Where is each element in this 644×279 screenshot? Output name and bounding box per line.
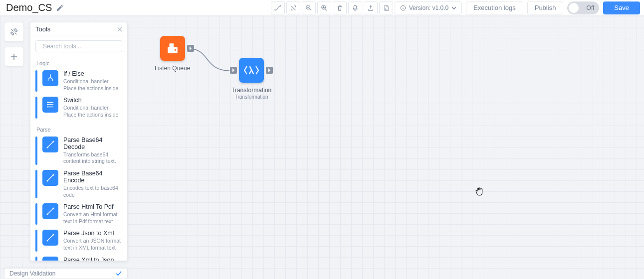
chevron-right-icon bbox=[189, 46, 193, 50]
svg-point-13 bbox=[47, 180, 48, 181]
svg-point-12 bbox=[53, 140, 54, 142]
svg-point-17 bbox=[47, 240, 48, 242]
switch-icon bbox=[42, 97, 58, 113]
tools-panel-title: Tools bbox=[35, 25, 50, 33]
version-label: Version: v1.0.0 bbox=[409, 4, 448, 11]
edit-icon bbox=[56, 4, 64, 12]
info-icon bbox=[400, 5, 406, 11]
drag-handle[interactable] bbox=[35, 137, 37, 165]
save-label: Save bbox=[614, 4, 629, 11]
chevron-right-icon bbox=[231, 68, 235, 72]
node-listen-queue-out-port[interactable] bbox=[187, 45, 194, 52]
node-listen-queue[interactable]: Listen Queue bbox=[155, 36, 190, 72]
node-listen-queue-box[interactable] bbox=[160, 36, 185, 61]
toolbar-delete-button[interactable] bbox=[333, 1, 347, 14]
node-listen-queue-label: Listen Queue bbox=[155, 65, 190, 72]
version-selector[interactable]: Version: v1.0.0 bbox=[395, 1, 462, 14]
svg-point-8 bbox=[47, 102, 48, 103]
execution-logs-label: Execution logs bbox=[473, 4, 516, 11]
tool-title: If / Else bbox=[63, 70, 122, 77]
trash-icon bbox=[336, 4, 343, 11]
tool-title: Parse Xml to Json bbox=[63, 257, 122, 261]
tool-title: Parse Base64 Encode bbox=[63, 170, 122, 184]
svg-point-2 bbox=[280, 5, 281, 6]
zoom-out-icon bbox=[305, 4, 312, 11]
tools-list[interactable]: Logic If / Else Conditional handler. Pla… bbox=[30, 56, 127, 261]
tools-search-input[interactable] bbox=[43, 43, 118, 50]
drag-handle[interactable] bbox=[35, 70, 37, 92]
tool-item-xml-to-json[interactable]: Parse Xml to Json Convert an XML format … bbox=[35, 256, 122, 261]
save-button[interactable]: Save bbox=[603, 1, 640, 14]
toolbar-import-button[interactable] bbox=[379, 1, 393, 14]
rabbitmq-icon bbox=[166, 42, 179, 55]
parse-icon bbox=[42, 170, 58, 186]
toolbar-bell-button[interactable] bbox=[348, 1, 362, 14]
parse-icon bbox=[42, 137, 58, 152]
enable-toggle[interactable]: Off bbox=[567, 1, 599, 14]
tool-desc: Conditional handler. Place the actions i… bbox=[63, 105, 122, 118]
toolbar-export-button[interactable] bbox=[364, 1, 378, 14]
tool-item-json-to-xml[interactable]: Parse Json to Xml Convert an JSON format… bbox=[35, 229, 122, 255]
publish-label: Publish bbox=[535, 4, 556, 11]
node-transformation-label: Transformation bbox=[231, 87, 271, 94]
publish-button[interactable]: Publish bbox=[527, 1, 564, 14]
toolbar-zoom-out-button[interactable] bbox=[302, 1, 316, 14]
tools-panel-close[interactable] bbox=[117, 27, 122, 32]
group-label-logic: Logic bbox=[36, 60, 122, 66]
svg-point-1 bbox=[274, 9, 275, 10]
node-transformation[interactable]: Transformation Transformation bbox=[231, 58, 271, 100]
drag-handle[interactable] bbox=[35, 170, 37, 198]
tool-item-base64-encode[interactable]: Parse Base64 Encode Encodes text to base… bbox=[35, 169, 122, 202]
svg-point-9 bbox=[47, 104, 48, 105]
curve-icon bbox=[274, 4, 281, 11]
chevron-down-icon bbox=[451, 5, 456, 10]
edit-title-button[interactable] bbox=[56, 4, 64, 12]
tool-desc: Convert an JSON format text in XML forma… bbox=[63, 238, 122, 251]
design-validation-bar[interactable]: Design Validation bbox=[4, 268, 128, 279]
left-rail bbox=[4, 22, 24, 67]
parse-icon bbox=[42, 257, 58, 261]
tool-title: Parse Html To Pdf bbox=[63, 203, 122, 210]
add-rail-button[interactable] bbox=[4, 47, 24, 67]
drag-handle[interactable] bbox=[35, 230, 37, 251]
export-icon bbox=[367, 4, 374, 11]
drag-handle[interactable] bbox=[35, 97, 37, 118]
tools-panel: Tools Logic If / Else Conditional handle… bbox=[30, 22, 128, 261]
toolbar-curve-button[interactable] bbox=[271, 1, 285, 14]
tool-title: Parse Json to Xml bbox=[63, 230, 122, 237]
plus-icon bbox=[9, 52, 18, 61]
execution-logs-button[interactable]: Execution logs bbox=[466, 1, 523, 14]
if-else-icon bbox=[42, 70, 58, 86]
bell-icon bbox=[352, 4, 359, 11]
node-transformation-box[interactable] bbox=[239, 58, 264, 83]
drag-handle[interactable] bbox=[35, 257, 37, 261]
parse-icon bbox=[42, 230, 58, 246]
tools-rail-button[interactable] bbox=[4, 22, 24, 42]
tool-desc: Encodes text to base64 code bbox=[63, 185, 122, 198]
svg-point-7 bbox=[50, 74, 51, 75]
drag-handle[interactable] bbox=[35, 203, 37, 225]
group-label-parse: Parse bbox=[36, 127, 122, 133]
toggle-knob bbox=[569, 3, 579, 13]
tool-desc: Transforms base64 content into string te… bbox=[63, 151, 122, 165]
node-transformation-in-port[interactable] bbox=[230, 67, 237, 74]
tools-icon bbox=[9, 27, 18, 36]
tool-item-base64-decode[interactable]: Parse Base64 Decode Transforms base64 co… bbox=[35, 136, 122, 169]
toolbar-disconnect-button[interactable] bbox=[286, 1, 300, 14]
toolbar-zoom-in-button[interactable] bbox=[317, 1, 331, 14]
tool-item-switch[interactable]: Switch Conditional handler. Place the ac… bbox=[35, 96, 122, 122]
svg-point-15 bbox=[47, 214, 48, 215]
disconnect-icon bbox=[290, 4, 297, 11]
svg-point-14 bbox=[53, 174, 54, 175]
node-transformation-out-port[interactable] bbox=[266, 67, 273, 74]
tool-desc: Convert an Html format text in Pdf forma… bbox=[63, 211, 122, 225]
tool-item-html-to-pdf[interactable]: Parse Html To Pdf Convert an Html format… bbox=[35, 202, 122, 229]
tools-search[interactable] bbox=[35, 40, 122, 52]
tool-item-if-else[interactable]: If / Else Conditional handler. Place the… bbox=[35, 69, 122, 96]
zoom-in-icon bbox=[321, 4, 328, 11]
workflow-title: Demo_CS bbox=[4, 2, 52, 13]
node-transformation-sublabel: Transformation bbox=[235, 94, 268, 100]
parse-icon bbox=[42, 203, 58, 219]
tool-title: Parse Base64 Decode bbox=[63, 137, 122, 150]
import-icon bbox=[383, 4, 390, 11]
